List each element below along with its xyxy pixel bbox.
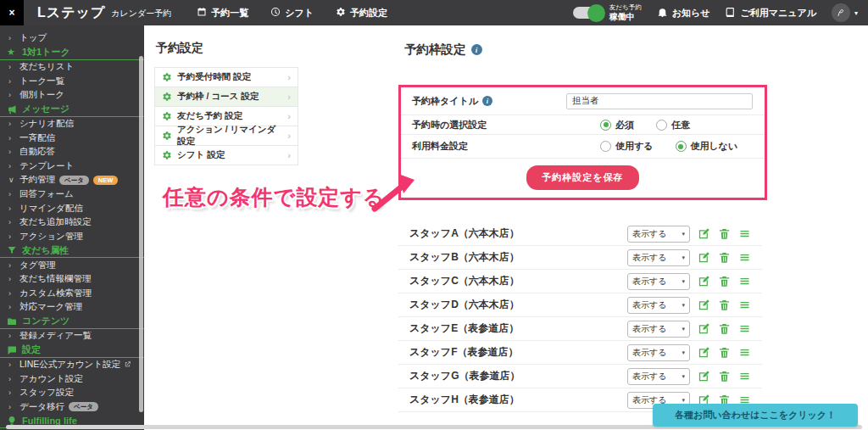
visibility-select[interactable]: 表示する▾ — [627, 273, 690, 290]
sidebar-item[interactable]: ›カスタム検索管理 — [0, 286, 144, 300]
nav-reservation-list[interactable]: 予約一覧 — [197, 7, 248, 20]
sidebar-item[interactable]: ›回答フォーム — [0, 187, 144, 202]
chevron-right-icon: › — [8, 162, 19, 170]
annotation-arrow — [370, 170, 415, 212]
edit-button-edit-icon[interactable] — [698, 275, 710, 288]
visibility-select[interactable]: 表示する▾ — [627, 297, 690, 314]
edit-button-edit-icon[interactable] — [698, 370, 710, 383]
settings-menu-item[interactable]: 予約枠 / コース 設定› — [154, 87, 298, 107]
sidebar-section-label: 1対1トーク — [22, 46, 70, 59]
delete-button-trash-icon[interactable] — [718, 275, 731, 288]
avatar[interactable] — [832, 3, 850, 22]
sidebar-item[interactable]: ›登録メディア一覧 — [0, 329, 144, 343]
radio-option[interactable]: 使用する — [600, 140, 654, 153]
radio-unchecked-icon[interactable] — [656, 120, 667, 131]
sidebar-item[interactable]: ›スタッフ設定 — [0, 386, 144, 400]
sidebar-item[interactable]: ›LINE公式アカウント設定 — [0, 358, 144, 372]
drag-handle-menu-icon[interactable] — [738, 251, 751, 264]
save-button[interactable]: 予約枠設定を保存 — [526, 165, 638, 190]
nav-reservation-settings[interactable]: 予約設定 — [336, 7, 387, 20]
sidebar-item[interactable]: ›個別トーク — [0, 88, 144, 103]
sidebar-item[interactable]: ›アクション管理 — [0, 230, 144, 244]
sidebar-item[interactable]: ›一斉配信 — [0, 131, 144, 145]
visibility-select-value: 表示する — [632, 228, 666, 240]
folder-icon — [7, 316, 18, 327]
radio-option[interactable]: 使用しない — [676, 140, 738, 153]
visibility-select[interactable]: 表示する▾ — [627, 226, 690, 243]
info-icon[interactable]: i — [482, 96, 492, 106]
sidebar-item[interactable]: ›友だち追加時設定 — [0, 215, 144, 230]
chevron-right-icon: › — [287, 92, 291, 102]
new-badge: NEW — [93, 176, 119, 185]
visibility-select-value: 表示する — [632, 276, 666, 288]
delete-button-trash-icon[interactable] — [718, 251, 731, 264]
chevron-right-icon: › — [8, 275, 19, 283]
settings-menu-item[interactable]: 予約受付時間 設定› — [154, 67, 298, 87]
contact-toast[interactable]: 各種お問い合わせはここをクリック！ — [653, 404, 858, 427]
delete-button-trash-icon[interactable] — [718, 322, 731, 335]
chevron-right-icon: › — [8, 34, 19, 42]
field-label-text: 利用料金設定 — [412, 140, 468, 153]
close-icon[interactable]: × — [0, 0, 24, 25]
gear-icon — [162, 92, 172, 102]
sidebar-item[interactable]: ›テンプレート — [0, 159, 144, 174]
form-row-title: 予約枠タイトル i — [401, 87, 765, 115]
sidebar-item[interactable]: ∨予約管理ベータNEW — [0, 173, 144, 187]
delete-button-trash-icon[interactable] — [718, 346, 731, 359]
drag-handle-menu-icon[interactable] — [738, 370, 751, 383]
drag-handle-menu-icon[interactable] — [738, 275, 751, 288]
sidebar-item-label: 自動応答 — [19, 146, 55, 158]
frame-title-input[interactable] — [566, 93, 753, 109]
chevron-right-icon: › — [8, 120, 19, 128]
sidebar-scrollbar[interactable] — [139, 56, 143, 412]
drag-handle-menu-icon[interactable] — [738, 322, 751, 335]
chat-icon — [7, 345, 18, 355]
sidebar-item[interactable]: ›トーク一覧 — [0, 74, 144, 88]
delete-button-trash-icon[interactable] — [718, 370, 731, 383]
visibility-select[interactable]: 表示する▾ — [627, 249, 690, 266]
sidebar-item[interactable]: ›タグ管理 — [0, 258, 144, 272]
sidebar-item[interactable]: ›自動応答 — [0, 145, 144, 159]
friend-reservation-toggle[interactable]: 友だち予約 稼働中 — [573, 4, 642, 21]
settings-menu-item[interactable]: アクション / リマインダ 設定› — [154, 126, 298, 146]
settings-menu-item[interactable]: シフト 設定› — [154, 145, 298, 165]
edit-button-edit-icon[interactable] — [698, 227, 710, 240]
visibility-select[interactable]: 表示する▾ — [627, 368, 690, 385]
radio-label: 使用する — [615, 140, 654, 153]
sidebar-item[interactable]: ›リマインダ配信 — [0, 201, 144, 215]
toggle-track[interactable] — [573, 7, 604, 19]
chevron-right-icon: › — [8, 261, 19, 270]
notice-link[interactable]: お知らせ — [657, 7, 710, 20]
visibility-select[interactable]: 表示する▾ — [627, 321, 690, 338]
sidebar-item[interactable]: ›友だち情報欄管理 — [0, 272, 144, 287]
radio-option[interactable]: 任意 — [656, 119, 690, 131]
account-menu[interactable]: ▾ — [832, 3, 858, 22]
settings-menu-item-label: 予約枠 / コース 設定 — [177, 91, 259, 103]
delete-button-trash-icon[interactable] — [718, 299, 731, 311]
visibility-select[interactable]: 表示する▾ — [627, 344, 690, 361]
drag-handle-menu-icon[interactable] — [738, 299, 751, 311]
delete-button-trash-icon[interactable] — [718, 227, 731, 240]
radio-checked-icon[interactable] — [600, 120, 611, 131]
nav-shift[interactable]: シフト — [270, 7, 314, 20]
gear-icon — [162, 131, 172, 141]
sidebar-item[interactable]: ›シナリオ配信 — [0, 117, 144, 131]
sidebar-item[interactable]: ›アカウント設定 — [0, 371, 144, 386]
info-icon[interactable]: i — [471, 44, 482, 55]
edit-button-edit-icon[interactable] — [698, 322, 710, 335]
drag-handle-menu-icon[interactable] — [738, 346, 751, 359]
radio-unchecked-icon[interactable] — [600, 141, 611, 152]
toggle-knob[interactable] — [587, 4, 605, 22]
sidebar-item[interactable]: ›友だちリスト — [0, 60, 144, 75]
edit-button-edit-icon[interactable] — [698, 251, 710, 264]
edit-button-edit-icon[interactable] — [698, 299, 710, 311]
edit-button-edit-icon[interactable] — [698, 346, 710, 359]
chevron-right-icon: › — [287, 72, 291, 82]
radio-checked-icon[interactable] — [676, 141, 687, 152]
sidebar-item[interactable]: ›対応マーク管理 — [0, 300, 144, 315]
radio-option[interactable]: 必須 — [600, 119, 634, 131]
sidebar-item[interactable]: ›トップ — [0, 31, 144, 46]
manual-link[interactable]: ご利用マニュアル — [725, 7, 816, 20]
drag-handle-menu-icon[interactable] — [738, 227, 751, 240]
sidebar-item[interactable]: ›データ移行ベータ — [0, 399, 144, 414]
